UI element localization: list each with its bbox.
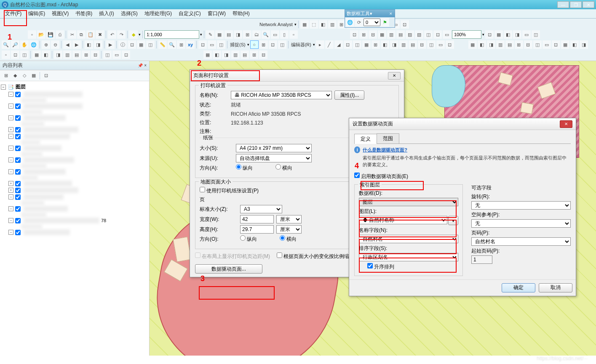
ed-9[interactable]: ◨ <box>390 40 398 49</box>
menu-edit[interactable]: 编辑(E) <box>25 9 48 18</box>
nav7-3[interactable]: ◫ <box>217 40 225 49</box>
zoom-in-icon[interactable]: 🔍 <box>2 40 10 49</box>
dataframe-toolbar-dropdown-icon[interactable]: ▾ <box>370 11 372 16</box>
close-button[interactable]: ✕ <box>583 1 594 8</box>
portrait2-radio[interactable] <box>240 235 246 241</box>
search-icon[interactable]: 🔍 <box>262 30 270 39</box>
menu-geoprocessing[interactable]: 地理处理(G) <box>141 9 175 18</box>
tree-expander[interactable]: − <box>8 194 13 199</box>
tb2-3[interactable]: ▤ <box>225 30 233 39</box>
landscape2-radio[interactable] <box>280 235 285 241</box>
tree-expander[interactable]: − <box>8 104 13 109</box>
r4-4[interactable]: ▦ <box>32 50 41 59</box>
spatial-ref-select[interactable]: 无 <box>471 219 571 228</box>
rotation-select[interactable]: 无 <box>471 201 571 210</box>
nav5-3[interactable]: ▦ <box>137 40 145 49</box>
ed-10[interactable]: ▥ <box>399 40 408 49</box>
dataframe-select[interactable]: 图层 <box>359 198 458 206</box>
width-input[interactable] <box>240 215 274 223</box>
layer-check[interactable] <box>15 146 21 151</box>
r4-1[interactable]: ▫ <box>2 50 10 59</box>
page-number-select[interactable]: 自然村名 <box>471 237 571 246</box>
menu-help[interactable]: 帮助(H) <box>229 9 253 18</box>
landscape2-radio-label[interactable]: 横向 <box>280 235 308 243</box>
tb3-2[interactable]: ⊞ <box>359 30 368 39</box>
r4-15[interactable]: ◧ <box>213 50 221 59</box>
tb2-1[interactable]: ✎ <box>206 30 214 39</box>
paper-source-select[interactable]: 自动选择纸盘 <box>236 154 312 162</box>
fixed-zoom-in-icon[interactable]: ⊕ <box>42 40 50 49</box>
layer-check[interactable] <box>15 218 21 223</box>
catalog-icon[interactable]: 🗂 <box>252 30 261 39</box>
layer-check[interactable] <box>15 194 21 200</box>
ed-13[interactable]: ◫ <box>427 40 436 49</box>
enable-ddp-check-label[interactable]: 启用数据驱动页面(E) <box>354 173 408 180</box>
r4-10[interactable]: ⊟ <box>91 50 99 59</box>
tb2-5[interactable]: ⊞ <box>243 30 251 39</box>
nav6-3[interactable]: ⊞ <box>177 40 185 49</box>
open-icon[interactable]: 📂 <box>37 30 45 39</box>
use-printer-check-label[interactable]: 使用打印机纸张设置(P) <box>200 187 259 194</box>
goto-xy-icon[interactable]: xy <box>186 40 195 49</box>
zoom-out-icon[interactable]: 🔎 <box>11 40 19 49</box>
toc-title[interactable]: 内容列表 📌 × <box>0 61 149 70</box>
scale-on-change-check-label[interactable]: 根据页面大小的变化按比例缩 <box>277 252 349 260</box>
ed-1[interactable]: ▸ <box>316 40 324 49</box>
toc-list-by-drawing-icon[interactable]: ⊞ <box>2 72 10 80</box>
toc-list-by-visibility-icon[interactable]: ◇ <box>20 72 29 80</box>
na-btn2[interactable]: ⬚ <box>310 20 318 29</box>
nav4-1[interactable]: ◧ <box>85 40 93 49</box>
scale-on-change-check[interactable] <box>277 252 282 258</box>
layer-check[interactable] <box>15 115 21 121</box>
r4-14[interactable]: ▦ <box>203 50 212 59</box>
landscape-radio[interactable] <box>275 164 281 170</box>
toc-list-by-selection-icon[interactable]: ▦ <box>29 72 38 80</box>
enable-ddp-check[interactable] <box>354 173 360 178</box>
tab-definition[interactable]: 定义 <box>354 134 377 144</box>
r4-2[interactable]: ⊡ <box>11 50 19 59</box>
dialog1-close-button[interactable]: ✕ <box>388 72 401 80</box>
r4-7[interactable]: ▥ <box>63 50 72 59</box>
minimize-button[interactable]: — <box>557 1 569 8</box>
ed-3[interactable]: ◢ <box>334 40 343 49</box>
tree-expander[interactable]: − <box>8 92 13 97</box>
tb3-11[interactable]: ▭ <box>443 30 451 39</box>
menu-file[interactable]: 文件(F) <box>2 9 25 18</box>
tree-expander[interactable]: − <box>8 230 13 235</box>
zoom-input[interactable] <box>452 30 481 39</box>
layer-check[interactable] <box>15 169 21 175</box>
maximize-button[interactable]: ❐ <box>570 1 582 8</box>
tb3-5[interactable]: ▥ <box>387 30 396 39</box>
add-data-icon[interactable]: ◆ <box>129 30 138 39</box>
menu-view[interactable]: 视图(V) <box>48 9 72 18</box>
r4-5[interactable]: ◧ <box>42 50 50 59</box>
menu-bookmarks[interactable]: 书签(B) <box>72 9 96 18</box>
name-field-select[interactable]: 自然村名 <box>359 235 458 243</box>
editor-label[interactable]: 编辑器(R) <box>290 42 312 48</box>
select-arrow-icon[interactable]: ▶ <box>106 40 115 49</box>
height-input[interactable] <box>240 225 274 234</box>
scale-input[interactable] <box>144 30 199 39</box>
tb3-10[interactable]: ⊡ <box>433 30 442 39</box>
layer-check[interactable] <box>15 188 21 193</box>
copy-icon[interactable]: ⧉ <box>77 30 86 39</box>
show-margins-check-label[interactable]: 在布局上显示打印机页边距(M) <box>195 252 270 260</box>
ed-21[interactable]: ⊞ <box>515 40 523 49</box>
tb2-2[interactable]: ▦ <box>215 30 224 39</box>
menu-selection[interactable]: 选择(S) <box>118 9 141 18</box>
sort-field-select[interactable]: 行政区划名 <box>359 253 458 261</box>
layer-check[interactable] <box>15 92 21 97</box>
ed-16[interactable]: ▦ <box>468 40 477 49</box>
menu-window[interactable]: 窗口(W) <box>204 9 229 18</box>
dataframe-toolbar-close-icon[interactable]: × <box>389 11 393 16</box>
nav7-1[interactable]: ⊡ <box>198 40 207 49</box>
layer-check[interactable] <box>15 230 21 235</box>
tree-expander[interactable]: − <box>8 134 13 139</box>
tb3-7[interactable]: ▨ <box>406 30 414 39</box>
r4-6[interactable]: ◨ <box>54 50 62 59</box>
r4-8[interactable]: ▤ <box>72 50 81 59</box>
std-size-select[interactable]: A3 <box>240 205 282 213</box>
use-printer-check[interactable] <box>200 187 205 192</box>
globe-icon[interactable]: 🌐 <box>346 18 354 27</box>
landscape-radio-label[interactable]: 横向 <box>275 164 304 172</box>
